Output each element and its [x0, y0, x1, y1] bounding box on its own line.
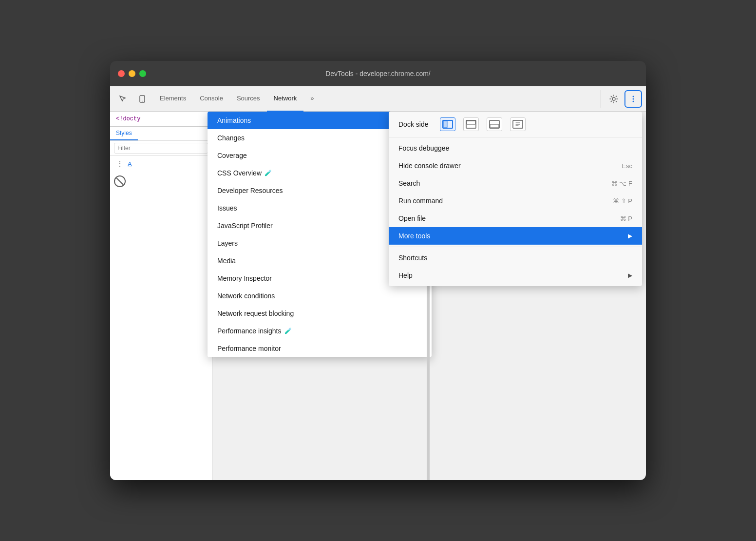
device-icon-btn[interactable] — [133, 90, 151, 108]
menu-item-network-conditions[interactable]: Network conditions — [208, 287, 432, 305]
window-title: DevTools - developer.chrome.com/ — [325, 70, 431, 77]
styles-tabs: Styles — [110, 127, 212, 141]
titlebar: DevTools - developer.chrome.com/ — [110, 61, 646, 86]
tab-network[interactable]: Network — [267, 86, 304, 112]
three-dots-icon-btn[interactable]: ⋮ — [114, 158, 126, 170]
devtools-body: Elements Console Sources Network » — [110, 86, 646, 480]
shortcut-search: ⌘ ⌥ F — [611, 180, 632, 187]
styles-toolbar: ⋮ A — [110, 156, 212, 172]
main-dropdown[interactable]: Dock side — [389, 112, 642, 286]
shortcut-run-command: ⌘ ⇧ P — [613, 197, 632, 205]
browser-window: DevTools - developer.chrome.com/ Element… — [110, 61, 646, 480]
menu-item-more-tools[interactable]: More tools ▶ — [389, 227, 642, 245]
tab-more[interactable]: » — [303, 86, 321, 112]
window-controls — [118, 70, 146, 77]
menu-item-help[interactable]: Help ▶ — [389, 267, 642, 284]
menu-item-shortcuts[interactable]: Shortcuts — [389, 249, 642, 267]
dock-top-button[interactable] — [463, 117, 479, 131]
dock-side-section: Dock side — [389, 112, 642, 137]
tab-sources[interactable]: Sources — [230, 86, 267, 112]
dock-left-button[interactable] — [440, 117, 455, 131]
left-panel: <!docty Styles ⋮ A — [110, 112, 212, 480]
filter-input[interactable] — [114, 143, 208, 154]
svg-point-1 — [142, 100, 143, 101]
flask-icon-perf: 🧪 — [284, 328, 292, 334]
tab-console[interactable]: Console — [193, 86, 230, 112]
menu-item-run-command[interactable]: Run command ⌘ ⇧ P — [389, 192, 642, 210]
menu-item-search[interactable]: Search ⌘ ⌥ F — [389, 174, 642, 192]
flask-icon-css: 🧪 — [265, 170, 272, 176]
shortcut-open-file: ⌘ P — [620, 215, 632, 222]
svg-point-3 — [633, 96, 634, 97]
toolbar-tabs: Elements Console Sources Network » — [153, 86, 597, 112]
styles-panel: Styles ⋮ A — [110, 126, 212, 191]
styles-content — [110, 172, 212, 191]
toolbar-right — [601, 90, 642, 108]
svg-point-2 — [612, 97, 615, 100]
svg-point-4 — [633, 98, 634, 99]
minimize-button[interactable] — [129, 70, 135, 77]
menu-section-bottom: Shortcuts Help ▶ — [389, 247, 642, 286]
svg-point-5 — [633, 100, 634, 102]
close-button[interactable] — [118, 70, 125, 77]
devtools-toolbar: Elements Console Sources Network » — [110, 86, 646, 112]
more-tools-arrow-icon: ▶ — [628, 232, 632, 239]
styles-a-label: A — [128, 160, 132, 168]
svg-rect-8 — [443, 121, 447, 128]
menu-item-hide-console[interactable]: Hide console drawer Esc — [389, 157, 642, 174]
menu-section-main: Focus debuggee Hide console drawer Esc S… — [389, 137, 642, 247]
tab-styles[interactable]: Styles — [110, 127, 138, 140]
svg-rect-12 — [490, 124, 499, 128]
html-preview: <!docty — [110, 112, 212, 126]
undock-button[interactable] — [510, 117, 526, 131]
inspector-icon-btn[interactable] — [114, 90, 132, 108]
shortcut-hide-console: Esc — [622, 162, 632, 170]
help-arrow-icon: ▶ — [628, 272, 632, 279]
more-menu-button[interactable] — [624, 90, 642, 108]
menu-item-open-file[interactable]: Open file ⌘ P — [389, 210, 642, 227]
menu-item-performance-insights[interactable]: Performance insights 🧪 — [208, 322, 432, 340]
tab-elements[interactable]: Elements — [153, 86, 193, 112]
menu-item-focus-debuggee[interactable]: Focus debuggee — [389, 139, 642, 157]
blocked-icon — [114, 175, 126, 187]
menu-item-network-request-blocking[interactable]: Network request blocking — [208, 305, 432, 322]
dock-bottom-button[interactable] — [487, 117, 502, 131]
maximize-button[interactable] — [139, 70, 146, 77]
devtools-main: <!docty Styles ⋮ A — [110, 112, 646, 480]
svg-rect-10 — [467, 121, 475, 124]
menu-item-performance-monitor[interactable]: Performance monitor — [208, 340, 432, 357]
dock-side-label: Dock side — [398, 120, 428, 128]
filter-bar — [110, 141, 212, 156]
settings-icon-btn[interactable] — [605, 90, 623, 108]
